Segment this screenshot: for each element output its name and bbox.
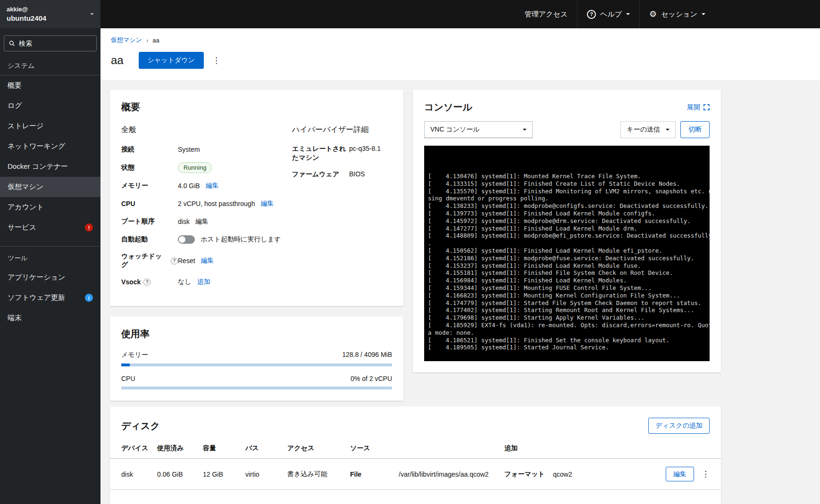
vnc-console-screen[interactable]: [ 4.130476] systemd[1]: Mounted Kernel T… (424, 146, 710, 361)
vsock-add-link[interactable]: 追加 (197, 278, 210, 286)
autostart-value: ホスト起動時に実行します (201, 235, 281, 244)
sidebar-item-label: 端末 (8, 314, 22, 322)
sidebar-item-storage[interactable]: ストレージ (0, 116, 100, 136)
disks-header-device: デバイス (110, 440, 157, 459)
sidebar-item-accounts[interactable]: アカウント (0, 197, 100, 217)
disk-actions-cell: 編集 ⋮ (622, 459, 721, 490)
sidebar-item-applications[interactable]: アプリケーション (0, 267, 100, 288)
page-head: 仮想マシン › aa aa シャットダウン ⋮ (100, 28, 820, 80)
admin-access-button[interactable]: 管理アクセス (515, 0, 577, 28)
send-key-dropdown[interactable]: キーの送信 (620, 121, 676, 138)
state-row: 状態 Running (121, 162, 292, 173)
disk-used-cell: 0.06 GiB (157, 459, 203, 490)
cpu-progressbar (121, 387, 392, 389)
host-switcher-labels: akkie@ ubuntu2404 (7, 6, 46, 23)
firmware-value: BIOS (349, 170, 365, 179)
title-row: aa シャットダウン ⋮ (111, 52, 809, 69)
right-column: コンソール 展開 VNC コンソール (413, 90, 721, 372)
disks-header-access: アクセス (287, 440, 350, 459)
chevron-down-icon (626, 13, 630, 15)
sidebar-item-software-updates[interactable]: ソフトウェア更新 i (0, 288, 100, 308)
autostart-row: 自動起動 ホスト起動時に実行します (121, 234, 292, 245)
disks-header-capacity: 容量 (203, 440, 245, 459)
boot-order-edit-link[interactable]: 編集 (195, 217, 209, 226)
page-title: aa (111, 54, 124, 67)
disk-source-path: /var/lib/libvirt/images/aa.qcow2 (399, 471, 489, 478)
left-column: 概要 全般 接続 System 状態 (110, 90, 403, 401)
console-title: コンソール (424, 101, 472, 114)
disks-header-bus: バス (245, 440, 287, 459)
chevron-down-icon (90, 13, 94, 15)
firmware-row: ファームウェア BIOS (292, 170, 392, 179)
nav-section-tools: ツール (0, 246, 100, 267)
disk-edit-button[interactable]: 編集 (666, 467, 694, 481)
chevron-down-icon (523, 129, 527, 131)
disks-header-actions (622, 440, 721, 459)
breadcrumb-virtual-machines-link[interactable]: 仮想マシン (111, 36, 142, 44)
sidebar-item-overview[interactable]: 概要 (0, 75, 100, 96)
disks-title: ディスク (121, 420, 160, 432)
add-disk-button[interactable]: ディスクの追加 (648, 418, 710, 434)
cockpit-app: akkie@ ubuntu2404 システム 概要 ログ ストレージ ネットワー… (0, 0, 820, 504)
help-icon: ? (587, 10, 596, 19)
search-input[interactable] (19, 40, 92, 47)
info-badge: i (85, 294, 93, 302)
autostart-toggle[interactable] (178, 235, 195, 244)
sidebar-item-label: Docker コンテナー (8, 162, 68, 171)
console-expand-link[interactable]: 展開 (687, 103, 710, 112)
question-circle-icon[interactable]: ? (143, 279, 151, 286)
watchdog-label: ウォッチドッグ (121, 252, 168, 269)
sidebar-item-virtual-machines[interactable]: 仮想マシン (0, 177, 100, 197)
sidebar-item-label: ストレージ (8, 122, 43, 131)
disk-capacity-cell: 12 GiB (203, 459, 245, 490)
disconnect-button[interactable]: 切断 (680, 121, 710, 138)
memory-usage-value: 128.8 / 4096 MiB (342, 351, 392, 359)
sidebar-item-docker-containers[interactable]: Docker コンテナー (0, 157, 100, 177)
help-menu-button[interactable]: ? ヘルプ (577, 0, 639, 28)
boot-order-label: ブート順序 (121, 217, 178, 226)
cpu-usage-label: CPU (121, 375, 135, 382)
emulated-machine-row: エミュレートされたマシン pc-q35-8.1 (292, 144, 392, 162)
disk-source-cell: File /var/lib/libvirt/images/aa.qcow2 (350, 459, 504, 490)
status-badge: Running (178, 162, 212, 173)
breadcrumb-separator-icon: › (146, 37, 148, 44)
admin-access-label: 管理アクセス (525, 10, 568, 19)
disk-kebab-menu-icon[interactable]: ⋮ (702, 470, 710, 478)
disk-format-label: フォーマット (504, 470, 553, 479)
gear-icon: ⚙ (649, 10, 657, 18)
vsock-label: Vsock (121, 278, 141, 286)
usage-card: 使用率 メモリー 128.8 / 4096 MiB CPU 0% of 2 vC… (110, 316, 403, 401)
sidebar-item-networking[interactable]: ネットワーキング (0, 136, 100, 157)
memory-edit-link[interactable]: 編集 (206, 182, 219, 190)
overview-title: 概要 (121, 101, 392, 114)
sidebar-item-logs[interactable]: ログ (0, 96, 100, 116)
sidebar-item-label: 仮想マシン (8, 182, 43, 191)
disks-table: デバイス 使用済み 容量 バス アクセス ソース 追加 (110, 440, 721, 490)
memory-progressbar-fill (121, 364, 130, 366)
cpu-usage-row: CPU 0% of 2 vCPU (121, 375, 392, 382)
console-type-select[interactable]: VNC コンソール (424, 121, 533, 138)
host-name: ubuntu2404 (7, 14, 46, 23)
disks-card: ディスク ディスクの追加 デバイス 使用済み 容量 バス (110, 406, 721, 504)
watchdog-edit-link[interactable]: 編集 (201, 256, 214, 265)
memory-row: メモリー 4.0 GiB 編集 (121, 181, 292, 191)
disks-header-row: デバイス 使用済み 容量 バス アクセス ソース 追加 (110, 440, 721, 459)
vm-kebab-menu-icon[interactable]: ⋮ (212, 57, 220, 65)
sidebar-item-label: ソフトウェア更新 (8, 293, 65, 302)
sidebar-item-terminal[interactable]: 端末 (0, 308, 100, 328)
hypervisor-column: ハイパーバイザー詳細 エミュレートされたマシン pc-q35-8.1 ファームウ… (292, 125, 392, 295)
table-row: disk 0.06 GiB 12 GiB virtio 書き込み可能 File … (110, 459, 721, 490)
question-circle-icon[interactable]: ? (171, 257, 178, 264)
sidebar: akkie@ ubuntu2404 システム 概要 ログ ストレージ ネットワー… (0, 0, 100, 504)
cpu-edit-link[interactable]: 編集 (260, 199, 274, 208)
disk-source-type-label: File (350, 471, 399, 478)
nav-section-system-label: システム (8, 62, 34, 69)
chevron-down-icon (666, 129, 669, 131)
host-switcher[interactable]: akkie@ ubuntu2404 (0, 0, 100, 28)
sidebar-item-label: アカウント (8, 203, 44, 212)
disks-header-source: ソース (350, 440, 504, 459)
shutdown-button[interactable]: シャットダウン (139, 52, 204, 69)
sidebar-item-services[interactable]: サービス ! (0, 217, 100, 238)
disk-device-cell: disk (110, 459, 157, 490)
session-menu-button[interactable]: ⚙ セッション (639, 0, 715, 28)
